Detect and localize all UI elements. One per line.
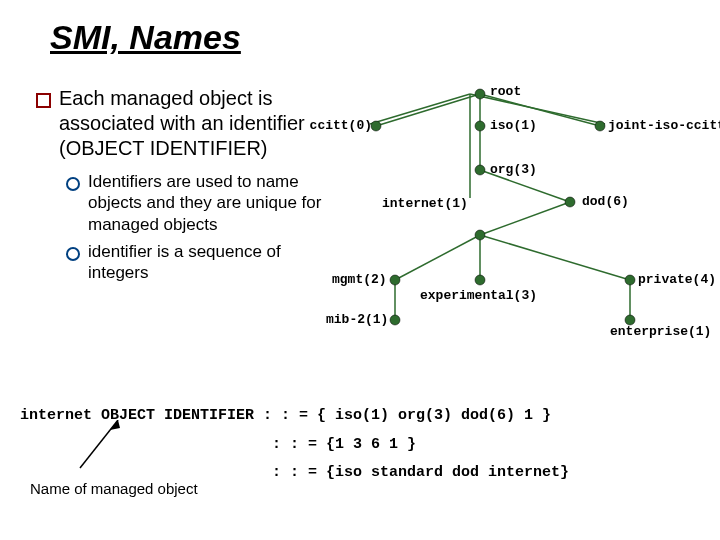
svg-point-17 [371,121,381,131]
svg-point-26 [390,315,400,325]
square-bullet-icon [36,93,51,108]
node-root: root [490,84,521,99]
node-dod: dod(6) [582,194,629,209]
svg-point-22 [475,230,485,240]
svg-point-21 [565,197,575,207]
body-text: Each managed object is associated with a… [36,86,326,289]
sub-bullet-1: Identifiers are used to name objects and… [66,171,326,235]
node-experimental: experimental(3) [420,288,537,303]
sub-bullet-1-text: Identifiers are used to name objects and… [88,171,326,235]
node-internet: internet(1) [382,196,468,211]
node-mgmt: mgmt(2) [332,272,387,287]
node-private: private(4) [638,272,716,287]
pointer-arrow-icon [60,420,140,480]
node-org: org(3) [490,162,537,177]
node-enterprise: enterprise(1) [610,324,711,339]
svg-line-11 [395,235,480,280]
svg-point-20 [475,165,485,175]
def1-right: : : = { iso(1) org(3) dod(6) 1 } [263,407,551,424]
node-joint: joint-iso-ccitt(2) [608,118,720,133]
svg-line-10 [480,202,570,235]
circle-bullet-icon [66,177,80,191]
svg-line-13 [480,235,630,280]
name-of-managed-object-label: Name of managed object [30,480,198,497]
node-ccitt: ccitt(0) [306,118,372,133]
svg-line-5 [376,94,480,126]
sub-bullet-2-text: identifier is a sequence of integers [88,241,326,284]
svg-point-23 [390,275,400,285]
svg-point-19 [595,121,605,131]
sub-bullet-2: identifier is a sequence of integers [66,241,326,284]
oid-tree-diagram: root ccitt(0) iso(1) joint-iso-ccitt(2) … [330,80,710,360]
circle-bullet-icon [66,247,80,261]
page-title: SMI, Names [50,18,241,57]
svg-point-18 [475,121,485,131]
svg-point-25 [625,275,635,285]
svg-marker-29 [110,420,120,430]
node-mib2: mib-2(1) [326,312,388,327]
svg-point-16 [475,89,485,99]
main-bullet: Each managed object is associated with a… [36,86,326,161]
node-iso: iso(1) [490,118,537,133]
svg-point-24 [475,275,485,285]
main-bullet-text: Each managed object is associated with a… [59,86,326,161]
